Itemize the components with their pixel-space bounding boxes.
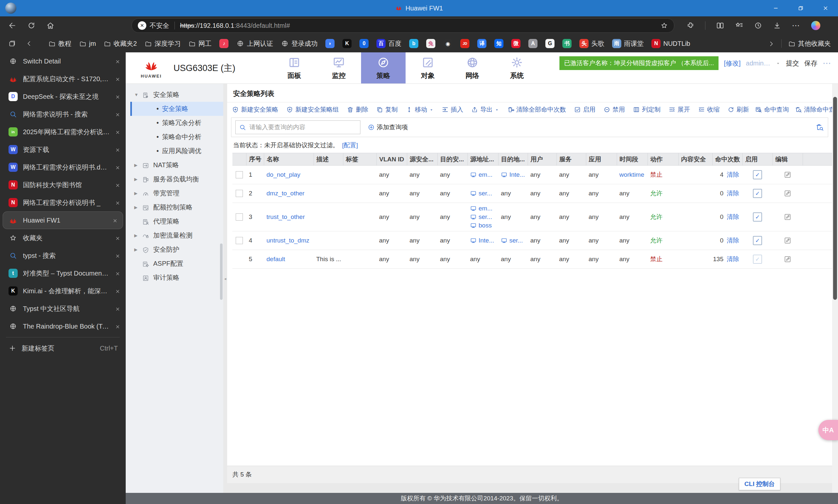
policy-name-link[interactable]: dmz_to_other bbox=[266, 190, 304, 197]
tree-item-安全防护[interactable]: ▶ 安全防护 bbox=[126, 242, 223, 256]
toolbar-展开[interactable]: 展开 bbox=[668, 105, 690, 114]
close-tab-icon[interactable] bbox=[112, 217, 118, 224]
nav-对象[interactable]: 对象 bbox=[406, 52, 450, 84]
policy-row[interactable]: 1 do_not_play any any any em... Inte... … bbox=[232, 166, 832, 184]
settings-more-icon[interactable]: ⋯ bbox=[792, 21, 801, 30]
history-icon[interactable] bbox=[754, 21, 762, 30]
copilot-icon[interactable] bbox=[811, 21, 820, 30]
browser-tab[interactable]: K Kimi.ai - 会推理解析，能深度思考 bbox=[0, 282, 126, 300]
column-header[interactable]: 描述 bbox=[314, 153, 343, 166]
bookmark-item[interactable]: NNUDTLib bbox=[652, 39, 690, 48]
toolbar-启用[interactable]: 启用 bbox=[574, 105, 595, 114]
clear-hits-link[interactable]: 清除 bbox=[727, 236, 739, 245]
address-object[interactable]: em... bbox=[470, 170, 496, 179]
toolbar-复制[interactable]: 复制 bbox=[376, 105, 398, 114]
cli-console-button[interactable]: CLI 控制台 bbox=[739, 478, 780, 490]
bookmark-item[interactable]: 头头歌 bbox=[580, 39, 604, 48]
bookmark-item[interactable]: 深度学习 bbox=[145, 39, 181, 48]
submit-button[interactable]: 提交 bbox=[786, 59, 799, 68]
clear-hit-query-icon[interactable] bbox=[816, 123, 824, 131]
edit-icon[interactable] bbox=[783, 213, 792, 220]
policy-row[interactable]: 4 untrust_to_dmz any any any Inte... ser… bbox=[232, 231, 832, 250]
toolbar-刷新[interactable]: 刷新 bbox=[727, 105, 749, 114]
enable-checkbox[interactable]: ✓ bbox=[753, 255, 762, 264]
bookmark-item[interactable]: 0 bbox=[359, 39, 369, 48]
browser-tab[interactable]: t 对准类型 – Typst Documentation bbox=[0, 265, 126, 282]
bookmark-item[interactable]: 书 bbox=[563, 39, 572, 48]
bookmark-item[interactable]: 雨雨课堂 bbox=[612, 39, 644, 48]
tree-item-审计策略[interactable]: 审计策略 bbox=[126, 271, 223, 285]
column-header[interactable]: 用户 bbox=[528, 153, 556, 166]
bookmark-item[interactable]: 译 bbox=[477, 39, 486, 48]
back-button[interactable] bbox=[6, 19, 19, 32]
collapse-sidebar-icon[interactable] bbox=[24, 39, 34, 49]
browser-tab[interactable]: 网络需求说明书 - 搜索 bbox=[0, 105, 126, 123]
close-tab-icon[interactable] bbox=[115, 234, 121, 242]
clear-hits-link[interactable]: 清除 bbox=[727, 189, 739, 198]
translate-fab[interactable]: 中A bbox=[818, 420, 838, 440]
current-user[interactable]: admin… bbox=[746, 59, 770, 67]
column-header[interactable] bbox=[232, 153, 246, 166]
browser-tab[interactable]: The Raindrop-Blue Book (Typst中 bbox=[0, 318, 126, 335]
address-object[interactable]: em... bbox=[470, 204, 496, 213]
tree-scrollbar-thumb[interactable] bbox=[220, 244, 222, 300]
search-input[interactable] bbox=[249, 123, 357, 131]
toolbar-命中查询[interactable]: 命中查询 bbox=[755, 105, 789, 114]
tab-actions-icon[interactable] bbox=[7, 39, 17, 49]
configure-link[interactable]: [配置] bbox=[342, 142, 358, 148]
scrollbar-thumb[interactable] bbox=[833, 97, 837, 300]
chevron-expanded-icon[interactable]: ▼ bbox=[134, 92, 140, 97]
address-object[interactable]: ser... bbox=[470, 213, 496, 221]
browser-tab[interactable]: D DeepSeek - 探索未至之境 bbox=[0, 88, 126, 105]
new-tab-button[interactable]: 新建标签页 Ctrl+T bbox=[0, 339, 126, 357]
browser-tab[interactable]: typst - 搜索 bbox=[0, 247, 126, 265]
bookmark-item[interactable]: 教程 bbox=[49, 39, 71, 48]
toolbar-清除全部命中次数[interactable]: 清除全部命中次数 bbox=[507, 105, 566, 114]
clear-hits-link[interactable]: 清除 bbox=[727, 255, 739, 264]
chevron-down-icon[interactable] bbox=[775, 60, 781, 66]
bookmark-item[interactable]: 兔 bbox=[426, 39, 435, 48]
nav-监控[interactable]: 监控 bbox=[317, 52, 361, 84]
enable-checkbox[interactable]: ✓ bbox=[753, 236, 762, 245]
header-more-icon[interactable]: ⋯ bbox=[823, 61, 832, 65]
close-button[interactable] bbox=[813, 0, 838, 16]
browser-tab[interactable]: N 网络工程需求分析说明书 _ bbox=[0, 194, 126, 212]
tree-collapse-handle[interactable]: ◂ bbox=[223, 271, 227, 286]
browser-tab[interactable]: W 网络工程需求分析说明书.doc-ITAD bbox=[0, 158, 126, 176]
clear-hits-link[interactable]: 清除 bbox=[727, 213, 739, 221]
column-header[interactable]: 动作 bbox=[647, 153, 678, 166]
column-header[interactable]: 序号 bbox=[246, 153, 264, 166]
policy-name-link[interactable]: trust_to_other bbox=[266, 213, 305, 220]
close-tab-icon[interactable] bbox=[115, 93, 121, 101]
bookmark-item[interactable]: A bbox=[528, 39, 537, 48]
browser-tab-active[interactable]: Huawei FW1 bbox=[3, 212, 123, 229]
address-object[interactable]: Inte... bbox=[501, 170, 525, 179]
policy-row[interactable]: 3 trust_to_other any any any em...ser...… bbox=[232, 203, 832, 231]
refresh-button[interactable] bbox=[25, 19, 38, 32]
downloads-icon[interactable] bbox=[773, 21, 781, 30]
bookmark-item[interactable]: 百百度 bbox=[376, 39, 401, 48]
license-modify-link[interactable]: [修改] bbox=[724, 59, 741, 68]
column-header[interactable] bbox=[803, 153, 832, 166]
toolbar-收缩[interactable]: 收缩 bbox=[698, 105, 719, 114]
bookmark-item[interactable]: 知 bbox=[494, 39, 503, 48]
bookmark-item[interactable]: b bbox=[409, 39, 418, 48]
column-header[interactable]: 名称 bbox=[264, 153, 314, 166]
column-header[interactable]: 启用 bbox=[743, 153, 772, 166]
nav-系统[interactable]: 系统 bbox=[495, 52, 539, 84]
browser-tab[interactable]: 配置系统启动文件 - S1720, S2700, bbox=[0, 70, 126, 88]
chevron-collapsed-icon[interactable]: ▶ bbox=[134, 177, 140, 182]
policy-row[interactable]: 5 default This is ... any any any any an… bbox=[232, 250, 832, 269]
close-tab-icon[interactable] bbox=[115, 181, 121, 189]
toolbar-移动[interactable]: 移动 bbox=[406, 105, 434, 114]
row-checkbox[interactable] bbox=[236, 213, 243, 220]
address-object[interactable]: ser... bbox=[470, 189, 496, 198]
row-checkbox[interactable] bbox=[236, 237, 243, 244]
clear-hits-link[interactable]: 清除 bbox=[727, 170, 739, 179]
column-header[interactable]: 内容安全 bbox=[678, 153, 712, 166]
nav-网络[interactable]: 网络 bbox=[450, 52, 495, 84]
favorite-star-icon[interactable] bbox=[660, 22, 668, 30]
extensions-icon[interactable] bbox=[686, 21, 695, 30]
toolbar-导出[interactable]: 导出 bbox=[471, 105, 499, 114]
bookmark-item[interactable]: ◉ bbox=[443, 39, 452, 48]
